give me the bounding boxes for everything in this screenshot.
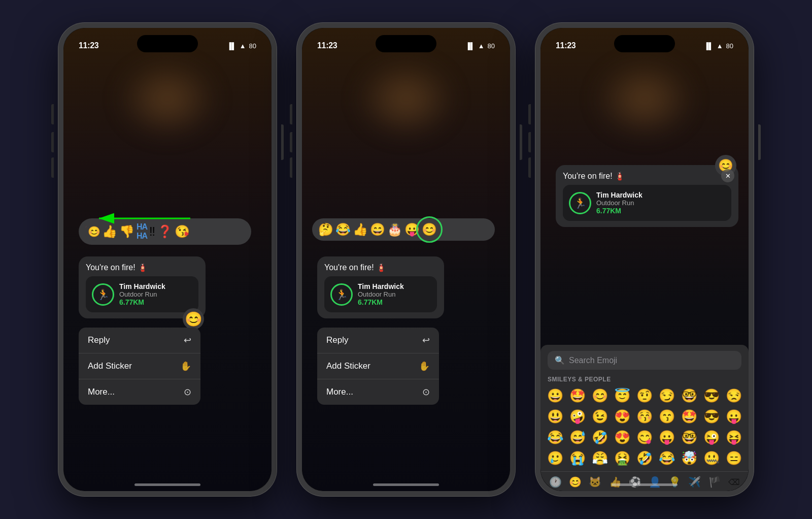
phone-1: 11:23 ▐▌ ▲ 80 <box>58 23 277 496</box>
emoji-cell[interactable]: 😒 <box>723 386 745 406</box>
emoji-cell[interactable]: 😂 <box>656 448 678 468</box>
cat-smileys[interactable]: 😊 <box>569 476 582 488</box>
emoji-cell[interactable]: 😀 <box>545 386 566 406</box>
cat-recent[interactable]: 🕐 <box>549 476 562 488</box>
emoji-cell[interactable]: 😋 <box>634 428 655 447</box>
reply-label-1: Reply <box>88 335 110 345</box>
emoji-cell[interactable]: 😍 <box>612 428 633 447</box>
emoji-search-bar[interactable]: 🔍 Search Emoji <box>548 351 741 370</box>
emoji-grid: 😀 🤩 😊 😇 🤨 😏 🤓 😎 😒 😃 🤪 😉 😍 😚 😙 🤩 <box>540 386 749 468</box>
reaction-thinking-2[interactable]: 🤔 <box>318 222 333 237</box>
emoji-cell[interactable]: 🥲 <box>545 448 566 468</box>
message-bubble-1: You're on fire! 🧯 🏃 Tim Hardwick Outdoor… <box>79 256 206 318</box>
cat-travel[interactable]: ✈️ <box>688 476 701 488</box>
emoji-picker: 🔍 Search Emoji SMILEYS & PEOPLE 😀 🤩 😊 😇 … <box>540 345 749 491</box>
sticker-icon-2: ✋ <box>419 361 430 372</box>
emoji-cell[interactable]: 😃 <box>545 407 566 427</box>
emoji-cell[interactable]: 😭 <box>567 448 588 468</box>
emoji-cell[interactable]: 😉 <box>589 407 611 427</box>
emoji-cell[interactable]: 🤮 <box>612 448 633 468</box>
emoji-cell[interactable]: 🤪 <box>567 407 588 427</box>
emoji-cell[interactable]: 🤣 <box>589 428 611 447</box>
cat-delete[interactable]: ⌫ <box>728 477 740 487</box>
emoji-cell[interactable]: 😊 <box>589 386 611 406</box>
status-time-2: 11:23 <box>317 41 337 50</box>
emoji-cell[interactable]: 😎 <box>701 407 722 427</box>
reply-icon-2: ↩ <box>422 335 430 346</box>
green-circle-highlight <box>416 216 443 243</box>
emoji-cell[interactable]: 😛 <box>656 428 678 447</box>
activity-icon-1: 🏃 <box>92 283 114 306</box>
emoji-cell[interactable]: 😜 <box>701 428 722 447</box>
context-reply-2[interactable]: Reply ↩ <box>317 328 439 353</box>
search-icon: 🔍 <box>555 355 565 365</box>
activity-distance-3: 6.77KM <box>596 207 642 215</box>
context-sticker-1[interactable]: Add Sticker ✋ <box>79 353 200 379</box>
sticker-label-2: Add Sticker <box>326 361 370 371</box>
emoji-cell[interactable]: 😚 <box>634 407 655 427</box>
cat-objects[interactable]: 💡 <box>668 476 681 488</box>
activity-info-1: Tim Hardwick Outdoor Run 6.77KM <box>119 282 165 306</box>
emoji-cell[interactable]: 😏 <box>656 386 678 406</box>
emoji-cell[interactable]: 🤯 <box>679 448 700 468</box>
emoji-cell[interactable]: 🤩 <box>679 407 700 427</box>
emoji-cell[interactable]: 🤩 <box>567 386 588 406</box>
emoji-cell[interactable]: 😙 <box>656 407 678 427</box>
emoji-cell[interactable]: 😑 <box>723 448 745 468</box>
cat-flags[interactable]: 🏴 <box>708 476 721 488</box>
signal-icon-3: ▐▌ <box>704 42 713 50</box>
emoji-cell[interactable]: 🤨 <box>634 386 655 406</box>
emoji-cell[interactable]: 😤 <box>589 448 611 468</box>
cat-people[interactable]: 👤 <box>649 476 661 488</box>
activity-name-3: Tim Hardwick <box>596 191 642 199</box>
reaction-thumbsup-2[interactable]: 👍 <box>353 222 368 237</box>
activity-icon-2: 🏃 <box>330 283 353 306</box>
reaction-more-wrapper-2[interactable]: 😊 <box>422 222 437 237</box>
more-icon-2: ⊙ <box>422 386 430 398</box>
phone-2: 11:23 ▐▌ ▲ 80 🤔 😂 👍 😄 🎂 😛 😊 <box>297 23 515 496</box>
message-bubble-3: You're on fire! 🧯 🏃 Tim Hardwick Outdoor… <box>556 165 738 227</box>
emoji-cell[interactable]: 😛 <box>723 407 745 427</box>
dynamic-island-2 <box>376 35 436 52</box>
dynamic-island <box>137 35 198 52</box>
sticker-label-1: Add Sticker <box>88 361 132 371</box>
battery-icon-2: 80 <box>488 42 495 50</box>
activity-card-2: 🏃 Tim Hardwick Outdoor Run 6.77KM <box>324 276 437 312</box>
emoji-cell[interactable]: 😂 <box>545 428 566 447</box>
context-more-2[interactable]: More... ⊙ <box>317 379 439 405</box>
emoji-cell[interactable]: 😎 <box>701 386 722 406</box>
close-button-3[interactable]: ✕ <box>721 169 734 182</box>
message-bubble-2: You're on fire! 🧯 🏃 Tim Hardwick Outdoor… <box>317 256 444 318</box>
activity-type-3: Outdoor Run <box>596 199 642 207</box>
status-icons-2: ▐▌ ▲ 80 <box>465 42 495 50</box>
cat-gestures[interactable]: 👍 <box>609 476 622 488</box>
emoji-cell[interactable]: 🤣 <box>634 448 655 468</box>
context-sticker-2[interactable]: Add Sticker ✋ <box>317 353 439 379</box>
reaction-laughing-2[interactable]: 😂 <box>335 222 351 237</box>
wifi-icon-2: ▲ <box>478 42 485 50</box>
emoji-cell[interactable]: 🤐 <box>701 448 722 468</box>
emoji-section-label: SMILEYS & PEOPLE <box>540 374 749 386</box>
cat-animals[interactable]: 🐱 <box>589 476 601 488</box>
emoji-cell[interactable]: 🤓 <box>679 386 700 406</box>
reaction-bar-2[interactable]: 🤔 😂 👍 😄 🎂 😛 😊 <box>312 218 495 241</box>
emoji-cell[interactable]: 😍 <box>612 407 633 427</box>
cat-sports[interactable]: ⚽ <box>629 476 641 488</box>
activity-name-2: Tim Hardwick <box>358 282 404 290</box>
phone-3: 11:23 ▐▌ ▲ 80 😊 ✕ You're on fire! 🧯 🏃 <box>535 23 754 496</box>
reaction-grin-2[interactable]: 😄 <box>370 222 385 237</box>
emoji-cell[interactable]: 🤓 <box>679 428 700 447</box>
status-icons: ▐▌ ▲ 80 <box>227 42 256 50</box>
signal-icon-2: ▐▌ <box>465 42 475 50</box>
context-more-1[interactable]: More... ⊙ <box>79 379 200 405</box>
dynamic-island-3 <box>614 35 675 52</box>
context-reply-1[interactable]: Reply ↩ <box>79 328 200 353</box>
status-time-3: 11:23 <box>556 41 576 50</box>
activity-distance-2: 6.77KM <box>358 298 404 306</box>
reaction-cake-2[interactable]: 🎂 <box>387 222 402 237</box>
emoji-cell[interactable]: 😇 <box>612 386 633 406</box>
more-label-1: More... <box>88 387 115 397</box>
activity-type-1: Outdoor Run <box>119 290 165 298</box>
emoji-cell[interactable]: 😝 <box>723 428 745 447</box>
emoji-cell[interactable]: 😅 <box>567 428 588 447</box>
